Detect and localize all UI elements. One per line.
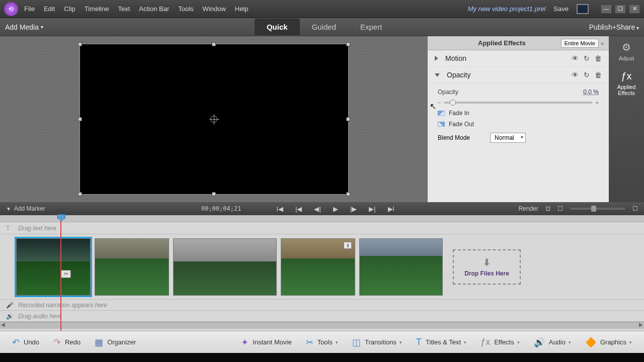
clip-5[interactable] [359, 238, 443, 296]
menu-window[interactable]: Window [203, 5, 226, 13]
disclosure-right-icon[interactable] [435, 56, 438, 61]
menu-edit[interactable]: Edit [44, 5, 55, 13]
audio-placeholder[interactable]: Drag audio here [18, 313, 61, 320]
publish-share-button[interactable]: Publish+Share [589, 23, 639, 31]
text-track-placeholder[interactable]: Drag text here [18, 225, 56, 232]
eye-icon[interactable]: 👁 [572, 71, 579, 79]
resize-handle[interactable] [346, 117, 350, 121]
resize-handle[interactable] [78, 117, 82, 121]
applied-effects-panel: Applied Effects Entire Movie » Motion 👁 … [428, 36, 609, 202]
resize-handle[interactable] [346, 192, 350, 196]
step-fwd-button[interactable]: |▶ [350, 205, 357, 213]
menu-file[interactable]: File [24, 5, 35, 13]
timeline-ruler[interactable] [0, 215, 644, 222]
clip-3[interactable] [173, 238, 277, 296]
resize-handle[interactable] [212, 42, 216, 46]
organizer-icon: ▦ [95, 337, 103, 348]
menu-actionbar[interactable]: Action Bar [139, 5, 169, 13]
reset-icon[interactable]: ↻ [584, 71, 590, 79]
undo-button[interactable]: ↶Undo [7, 334, 44, 351]
zoom-fit-icon[interactable]: ☐ [632, 205, 638, 212]
trash-icon[interactable]: 🗑 [595, 71, 602, 79]
panel-more-icon[interactable]: » [601, 40, 604, 46]
graphics-icon: 🔶 [585, 337, 596, 348]
titlebar: ⟲ File Edit Clip Timeline Text Action Ba… [0, 0, 644, 18]
video-preview[interactable] [79, 44, 349, 195]
close-button[interactable]: ✕ [629, 5, 640, 14]
next-button[interactable]: ▶| [369, 205, 375, 213]
minimize-button[interactable]: — [601, 5, 612, 14]
render-button[interactable]: Render [519, 205, 538, 212]
step-back-button[interactable]: ◀| [314, 205, 320, 213]
add-marker-button[interactable]: Add Marker [14, 205, 45, 212]
instant-movie-button[interactable]: ✦Instant Movie [236, 334, 296, 351]
timecode[interactable]: 00;00;04;21 [201, 205, 241, 212]
caret-icon: ▾ [517, 340, 520, 345]
fade-in-row[interactable]: Fade In [438, 108, 599, 119]
play-button[interactable]: ▶ [333, 205, 338, 213]
fullscreen-icon[interactable] [577, 4, 589, 14]
menu-help[interactable]: Help [235, 5, 249, 13]
side-tab-adjust[interactable]: ⚙ Adjust [619, 41, 634, 61]
scissors-icon[interactable]: ✂ [61, 270, 71, 278]
tab-expert[interactable]: Expert [348, 19, 394, 35]
audio-button[interactable]: 🔊Audio▾ [529, 334, 576, 351]
menu-clip[interactable]: Clip [64, 5, 75, 13]
organizer-button[interactable]: ▦Organizer [90, 334, 141, 351]
clip-2[interactable] [95, 238, 169, 296]
slider-thumb[interactable] [450, 100, 456, 106]
titles-button[interactable]: TTitles & Text▾ [411, 334, 471, 350]
menu-text[interactable]: Text [118, 5, 130, 13]
maximize-button[interactable]: ☐ [615, 5, 626, 14]
redo-button[interactable]: ↷Redo [48, 334, 86, 351]
narration-placeholder[interactable]: Recorded narration appears here [18, 302, 107, 309]
effect-opacity-row[interactable]: Opacity 👁 ↻ 🗑 [428, 67, 609, 83]
resize-handle[interactable] [212, 192, 216, 196]
entire-movie-button[interactable]: Entire Movie [561, 39, 599, 48]
go-end-button[interactable]: ▶I [388, 205, 395, 213]
safe-margins-icon[interactable]: ⊡ [545, 205, 550, 212]
clip-eq-icon[interactable]: ||| [344, 242, 352, 249]
transitions-button[interactable]: ◫Transitions▾ [347, 334, 407, 351]
zoom-thumb[interactable] [591, 206, 596, 212]
go-start-button[interactable]: I◀ [276, 205, 283, 213]
resize-handle[interactable] [78, 42, 82, 46]
zoom-slider[interactable] [570, 208, 625, 210]
blend-mode-select[interactable]: Normal [490, 133, 526, 143]
save-button[interactable]: Save [553, 5, 569, 13]
clip-1[interactable]: ✂ [16, 238, 91, 296]
menu-tools[interactable]: Tools [178, 5, 193, 13]
add-media-button[interactable]: Add Media [5, 23, 43, 31]
disclosure-down-icon[interactable] [435, 73, 440, 77]
prev-button[interactable]: |◀ [295, 205, 302, 213]
effects-button[interactable]: ƒxEffects▾ [475, 334, 525, 350]
slider-plus-icon[interactable]: + [596, 100, 599, 106]
opacity-value[interactable]: 0.0 % [583, 88, 599, 96]
effect-motion-row[interactable]: Motion 👁 ↻ 🗑 [428, 50, 609, 67]
playback-quality-icon[interactable]: ☐ [557, 205, 563, 212]
resize-handle[interactable] [78, 192, 82, 196]
trash-icon[interactable]: 🗑 [595, 54, 602, 62]
slider-minus-icon[interactable]: − [438, 100, 441, 106]
horizontal-scrollbar[interactable] [0, 322, 644, 329]
mode-bar: Add Media Quick Guided Expert Publish+Sh… [0, 18, 644, 36]
eye-icon[interactable]: 👁 [572, 54, 579, 62]
tools-button[interactable]: ✂Tools▾ [301, 334, 343, 351]
video-track[interactable]: ✂ ||| ⬇ Drop Files Here [0, 234, 644, 300]
resize-handle[interactable] [346, 42, 350, 46]
side-tab-applied-effects[interactable]: ƒx Applied Effects [612, 70, 640, 96]
playhead[interactable] [60, 215, 61, 331]
marker-icon[interactable]: ▼ [6, 206, 11, 212]
tab-quick[interactable]: Quick [255, 19, 300, 35]
menu-timeline[interactable]: Timeline [85, 5, 109, 13]
redo-icon: ↷ [53, 337, 61, 348]
reset-icon[interactable]: ↻ [584, 54, 590, 62]
opacity-slider[interactable] [444, 102, 592, 104]
fade-out-row[interactable]: Fade Out [438, 119, 599, 130]
drop-zone[interactable]: ⬇ Drop Files Here [453, 249, 521, 285]
opacity-controls: Opacity 0.0 % − + Fade In Fade Out Blend… [428, 83, 609, 149]
clip-4[interactable]: ||| [281, 238, 355, 296]
audio-track-icon: 🔊 [6, 313, 14, 320]
tab-guided[interactable]: Guided [300, 19, 348, 35]
graphics-button[interactable]: 🔶Graphics▾ [580, 334, 637, 351]
